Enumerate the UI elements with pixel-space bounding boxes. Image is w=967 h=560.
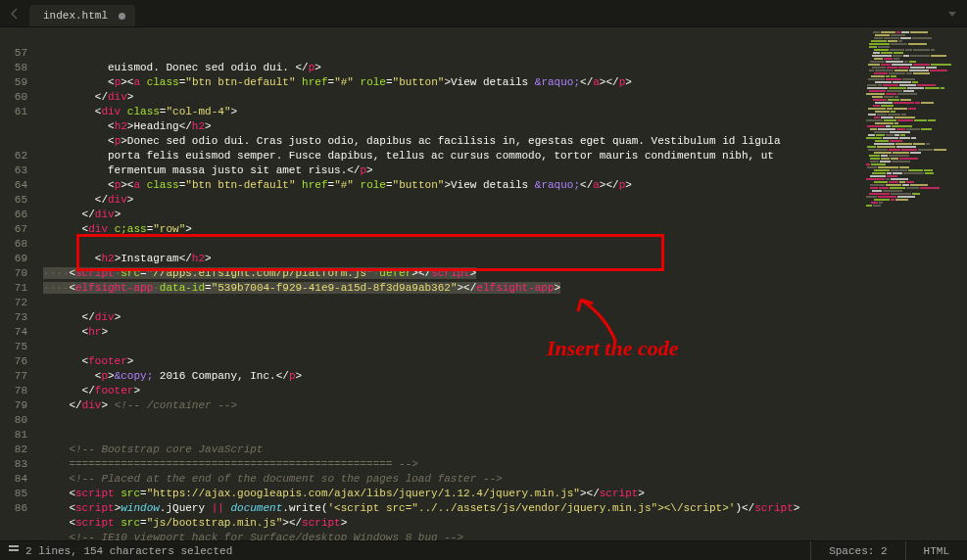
code-line[interactable] xyxy=(37,413,859,428)
line-number: 85 xyxy=(6,487,27,501)
code-line[interactable]: <div c;ass="row"> xyxy=(37,222,859,237)
code-line[interactable]: <p><a class="btn btn-default" href="#" r… xyxy=(37,75,859,90)
line-number: 79 xyxy=(6,398,27,413)
code-line[interactable]: fermentum massa justo sit amet risus.</p… xyxy=(37,163,859,178)
line-number: 83 xyxy=(6,457,27,472)
code-line[interactable]: </div> xyxy=(37,90,859,105)
line-number: 64 xyxy=(6,178,27,193)
code-line[interactable]: </div> xyxy=(37,310,859,325)
code-line[interactable] xyxy=(37,340,859,354)
file-tab[interactable]: index.html xyxy=(29,5,135,26)
code-line[interactable]: euismod. Donec sed odio dui. </p> xyxy=(37,61,859,75)
code-line[interactable]: ····<script·src="//apps.elfsight.com/p/p… xyxy=(37,266,859,281)
line-number-gutter: 5758596061626364656667686970717273747576… xyxy=(0,27,37,540)
line-number: 68 xyxy=(6,237,27,252)
line-number: 67 xyxy=(6,222,27,237)
tab-filename: index.html xyxy=(43,10,108,22)
line-number: 58 xyxy=(6,61,27,75)
line-number: 71 xyxy=(6,281,27,296)
line-number: 61 xyxy=(6,105,27,119)
tab-scroll-left-icon[interactable] xyxy=(8,7,22,21)
line-number: 78 xyxy=(6,384,27,398)
code-line[interactable]: ========================================… xyxy=(37,457,859,472)
code-line[interactable]: <footer> xyxy=(37,354,859,369)
line-number: 62 xyxy=(6,149,27,163)
code-line[interactable]: <h2>Heading</h2> xyxy=(37,119,859,134)
line-number: 82 xyxy=(6,443,27,457)
tab-dropdown-icon[interactable] xyxy=(945,7,959,21)
line-number: 84 xyxy=(6,472,27,487)
line-number: 65 xyxy=(6,193,27,208)
minimap[interactable] xyxy=(859,27,967,540)
status-bar: 2 lines, 154 characters selected Spaces:… xyxy=(0,540,967,560)
code-line[interactable] xyxy=(37,237,859,252)
line-number xyxy=(6,134,27,149)
code-line[interactable]: <!-- IE10 viewport hack for Surface/desk… xyxy=(37,531,859,540)
line-number: 86 xyxy=(6,501,27,516)
editor-area: 5758596061626364656667686970717273747576… xyxy=(0,27,967,540)
line-number: 75 xyxy=(6,340,27,354)
code-line[interactable]: <script src="js/bootstrap.min.js"></scri… xyxy=(37,516,859,531)
line-number: 80 xyxy=(6,413,27,428)
svg-rect-0 xyxy=(9,545,19,547)
line-number: 69 xyxy=(6,252,27,266)
line-number: 59 xyxy=(6,75,27,90)
code-line[interactable]: <hr> xyxy=(37,325,859,340)
code-line[interactable] xyxy=(37,428,859,443)
line-number: 77 xyxy=(6,369,27,384)
code-line[interactable]: </div> <!-- /container --> xyxy=(37,398,859,413)
code-line[interactable]: <!-- Bootstrap core JavaScript xyxy=(37,443,859,457)
line-number: 74 xyxy=(6,325,27,340)
status-indent[interactable]: Spaces: 2 xyxy=(810,541,904,561)
code-line[interactable]: <script>window.jQuery || document.write(… xyxy=(37,501,859,516)
code-line[interactable]: <script src="https://ajax.googleapis.com… xyxy=(37,487,859,501)
code-line[interactable]: porta felis euismod semper. Fusce dapibu… xyxy=(37,149,859,163)
line-number: 76 xyxy=(6,354,27,369)
code-line[interactable]: ····<elfsight-app·data-id="539b7004-f929… xyxy=(37,281,859,296)
code-editor[interactable]: euismod. Donec sed odio dui. </p> <p><a … xyxy=(37,27,859,540)
line-number: 73 xyxy=(6,310,27,325)
code-line[interactable]: </div> xyxy=(37,208,859,222)
tab-dirty-indicator-icon xyxy=(119,13,125,20)
svg-rect-1 xyxy=(9,549,19,551)
code-line[interactable] xyxy=(37,296,859,310)
code-line[interactable]: <p><a class="btn btn-default" href="#" r… xyxy=(37,178,859,193)
code-line[interactable]: <p>&copy; 2016 Company, Inc.</p> xyxy=(37,369,859,384)
code-line[interactable]: <p>Donec sed odio dui. Cras justo odio, … xyxy=(37,134,859,149)
selection-icon xyxy=(8,543,20,558)
line-number: 60 xyxy=(6,90,27,105)
code-line[interactable]: <div class="col-md-4"> xyxy=(37,105,859,119)
line-number xyxy=(6,119,27,134)
code-line[interactable]: </div> xyxy=(37,193,859,208)
code-line[interactable]: <h2>Instagram</h2> xyxy=(37,252,859,266)
status-selection: 2 lines, 154 characters selected xyxy=(25,545,232,557)
line-number: 66 xyxy=(6,208,27,222)
line-number: 57 xyxy=(6,46,27,61)
code-line[interactable]: <!-- Placed at the end of the document s… xyxy=(37,472,859,487)
status-syntax[interactable]: HTML xyxy=(905,541,967,561)
line-number: 70 xyxy=(6,266,27,281)
tab-bar: index.html xyxy=(0,0,967,27)
code-line[interactable]: </footer> xyxy=(37,384,859,398)
line-number: 72 xyxy=(6,296,27,310)
line-number xyxy=(6,31,27,46)
line-number: 63 xyxy=(6,163,27,178)
line-number: 81 xyxy=(6,428,27,443)
